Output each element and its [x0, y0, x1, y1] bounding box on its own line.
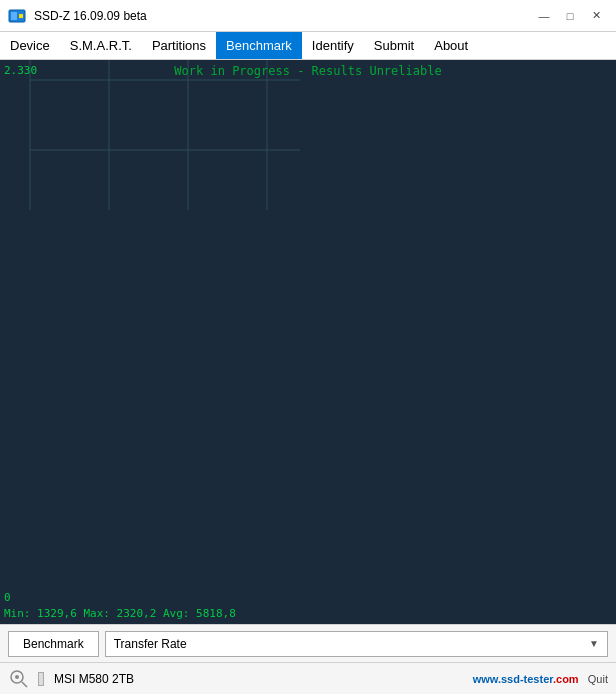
status-bar: MSI M580 2TB www.ssd-tester.com Quit — [0, 662, 616, 694]
chevron-down-icon: ▼ — [589, 638, 599, 649]
benchmark-button[interactable]: Benchmark — [8, 631, 99, 657]
svg-rect-2 — [19, 14, 23, 18]
maximize-button[interactable]: □ — [558, 5, 582, 27]
chart-grid — [0, 60, 300, 210]
minimize-button[interactable]: — — [532, 5, 556, 27]
transfer-rate-dropdown[interactable]: Transfer Rate ▼ — [105, 631, 608, 657]
drive-search-icon — [8, 668, 30, 690]
chart-stats: Min: 1329,6 Max: 2320,2 Avg: 5818,8 — [4, 607, 236, 620]
website-text: www.ssd-tester.com — [473, 673, 579, 685]
window-controls: — □ ✕ — [532, 5, 608, 27]
menu-item-device[interactable]: Device — [0, 32, 60, 59]
window-title: SSD-Z 16.09.09 beta — [34, 9, 532, 23]
svg-rect-1 — [11, 12, 17, 20]
benchmark-chart: 2.330 Work in Progress - Results Unrelia… — [0, 60, 616, 624]
exit-label[interactable]: Quit — [588, 673, 608, 685]
menu-item-identify[interactable]: Identify — [302, 32, 364, 59]
chart-min-label: 0 — [4, 591, 11, 604]
close-button[interactable]: ✕ — [584, 5, 608, 27]
chart-watermark: Work in Progress - Results Unreliable — [174, 64, 441, 78]
menu-item-smart[interactable]: S.M.A.R.T. — [60, 32, 142, 59]
drive-icon-area — [8, 668, 30, 690]
highlight-text: .com — [553, 673, 579, 685]
app-icon — [8, 7, 26, 25]
menu-item-about[interactable]: About — [424, 32, 478, 59]
drive-label: MSI M580 2TB — [54, 672, 465, 686]
menu-item-benchmark[interactable]: Benchmark — [216, 32, 302, 59]
drive-light-indicator — [38, 672, 44, 686]
menu-item-submit[interactable]: Submit — [364, 32, 424, 59]
menu-bar: Device S.M.A.R.T. Partitions Benchmark I… — [0, 32, 616, 60]
toolbar: Benchmark Transfer Rate ▼ — [0, 624, 616, 662]
svg-point-19 — [15, 675, 19, 679]
title-bar: SSD-Z 16.09.09 beta — □ ✕ — [0, 0, 616, 32]
chart-max-label: 2.330 — [4, 64, 37, 77]
svg-line-20 — [22, 682, 27, 687]
menu-item-partitions[interactable]: Partitions — [142, 32, 216, 59]
dropdown-label: Transfer Rate — [114, 637, 187, 651]
website-link[interactable]: www.ssd-tester.com Quit — [473, 673, 608, 685]
